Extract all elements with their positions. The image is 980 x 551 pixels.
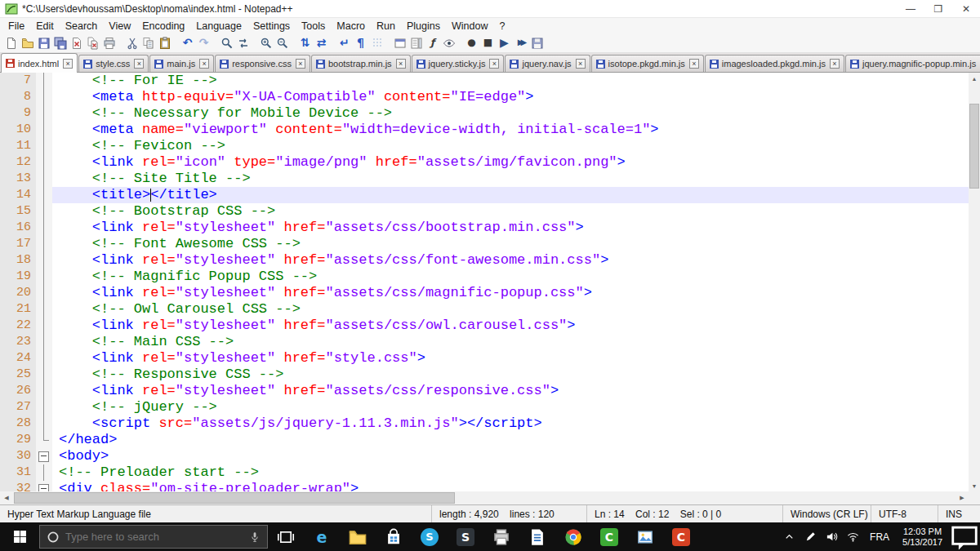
tab-imagesloaded.pkgd.min.js[interactable]: imagesloaded.pkgd.min.js× [705, 55, 844, 72]
tab-close-icon[interactable]: × [689, 59, 699, 69]
code-line[interactable]: 14<title></title> [0, 187, 969, 203]
menu-item-macro[interactable]: Macro [331, 19, 371, 33]
menu-item-plugins[interactable]: Plugins [401, 19, 446, 33]
action-center-icon[interactable] [949, 522, 980, 551]
run-macro-multiple-icon[interactable]: ▶▶ [513, 35, 528, 51]
code-text[interactable]: <!-- Responsive CSS --> [52, 367, 969, 383]
code-text[interactable]: <link rel="stylesheet" href="assets/css/… [52, 252, 969, 269]
taskbar-search-box[interactable] [39, 525, 268, 549]
tab-close-icon[interactable]: × [63, 59, 73, 69]
taskbar-search-input[interactable] [65, 531, 243, 543]
monitoring-icon[interactable] [441, 35, 457, 51]
zoom-in-icon[interactable] [258, 35, 274, 51]
tab-close-icon[interactable]: × [199, 59, 209, 69]
task-view-button[interactable] [268, 522, 304, 551]
code-text[interactable]: <link rel="stylesheet" href="assets/css/… [52, 285, 969, 301]
menu-item-search[interactable]: Search [60, 19, 104, 33]
show-all-characters-icon[interactable]: ¶ [353, 35, 368, 51]
start-button[interactable] [0, 522, 39, 551]
code-line[interactable]: 8<meta http-equiv="X-UA-Compatible" cont… [0, 89, 969, 105]
tab-close-icon[interactable]: × [489, 59, 499, 69]
code-text[interactable]: <!-- jQuery --> [52, 399, 969, 415]
code-text[interactable]: <title></title> [52, 187, 969, 203]
horizontal-scrollbar[interactable]: ◀ ▶ [0, 491, 969, 504]
user-defined-dialog-icon[interactable] [392, 35, 408, 51]
edge-icon[interactable]: e [304, 522, 340, 551]
close-all-icon[interactable] [85, 35, 100, 51]
code-line[interactable]: 18<link rel="stylesheet" href="assets/cs… [0, 252, 969, 269]
print-icon[interactable] [101, 35, 117, 51]
tab-close-icon[interactable]: × [576, 59, 586, 69]
tab-responsive.css[interactable]: responsive.css× [215, 55, 310, 72]
close-doc-icon[interactable] [69, 35, 84, 51]
code-text[interactable]: <!-- Main CSS --> [52, 334, 969, 350]
code-text[interactable]: <meta http-equiv="X-UA-Compatible" conte… [52, 89, 969, 105]
code-line[interactable]: 13<!-- Site Title --> [0, 171, 969, 187]
code-line[interactable]: 25<!-- Responsive CSS --> [0, 367, 969, 383]
tab-main.js[interactable]: main.js× [149, 55, 214, 72]
record-macro-icon[interactable]: ● [464, 35, 479, 51]
store-icon[interactable] [376, 522, 412, 551]
undo-icon[interactable]: ↶ [180, 35, 195, 51]
tab-jquery.sticky.js[interactable]: jquery.sticky.js× [412, 55, 505, 72]
tab-close-icon[interactable]: × [830, 59, 840, 69]
fold-collapse-icon[interactable] [36, 448, 52, 464]
windows-ink-pen-icon[interactable] [800, 531, 821, 543]
scroll-left-arrow-icon[interactable]: ◀ [0, 491, 13, 504]
tab-index.html[interactable]: index.html× [1, 53, 78, 73]
code-text[interactable]: <!-- Owl Carousel CSS --> [52, 301, 969, 318]
code-text[interactable]: <link rel="stylesheet" href="assets/css/… [52, 383, 969, 399]
code-line[interactable]: 23<!-- Main CSS --> [0, 334, 969, 350]
language-indicator[interactable]: FRA [863, 531, 896, 543]
vertical-scrollbar[interactable]: ▲ ▼ [969, 73, 980, 491]
code-line[interactable]: 24<link rel="stylesheet" href="style.css… [0, 350, 969, 367]
save-macro-icon[interactable] [529, 35, 545, 51]
code-line[interactable]: 9<!-- Necessary for Mobile Device --> [0, 105, 969, 122]
code-line[interactable]: 31<!-- Preloader start --> [0, 464, 969, 481]
tab-close-icon[interactable]: × [134, 59, 144, 69]
camtasia-recorder-icon[interactable]: C [663, 522, 699, 551]
code-line[interactable]: 30<body> [0, 448, 969, 464]
word-wrap-icon[interactable]: ↵ [336, 35, 352, 51]
code-line[interactable]: 17<!-- Font Awesome CSS --> [0, 236, 969, 252]
steam-icon[interactable]: S [448, 522, 483, 551]
code-text[interactable]: <!-- Preloader start --> [52, 464, 969, 481]
code-text[interactable]: <div class="om-site-preloader-wrap"> [52, 481, 969, 491]
menu-item-language[interactable]: Language [190, 19, 247, 33]
code-line[interactable]: 28<script src="assets/js/jquery-1.11.3.m… [0, 415, 969, 432]
volume-icon[interactable] [821, 531, 842, 543]
function-list-icon[interactable]: ƒ [425, 35, 440, 51]
code-text[interactable]: <!-- For IE --> [52, 73, 969, 89]
code-line[interactable]: 20<link rel="stylesheet" href="assets/cs… [0, 285, 969, 301]
menu-item-view[interactable]: View [103, 19, 136, 33]
status-eol-format[interactable]: Windows (CR LF) [782, 505, 871, 522]
code-line[interactable]: 26<link rel="stylesheet" href="assets/cs… [0, 383, 969, 399]
minimize-button[interactable]: — [897, 0, 924, 17]
code-text[interactable]: <body> [52, 448, 969, 464]
code-text[interactable]: <link rel="stylesheet" href="assets/css/… [52, 318, 969, 334]
tab-jquery.magnific-popup.min.js[interactable]: jquery.magnific-popup.min.js× [845, 55, 980, 72]
playback-macro-icon[interactable]: ▶ [497, 35, 512, 51]
code-line[interactable]: 22<link rel="stylesheet" href="assets/cs… [0, 318, 969, 334]
save-icon[interactable] [36, 35, 51, 51]
microphone-icon[interactable] [249, 531, 261, 543]
printer-app-icon[interactable] [483, 522, 519, 551]
copy-icon[interactable] [140, 35, 156, 51]
code-line[interactable]: 19<!-- Magnific Popup CSS --> [0, 269, 969, 285]
horizontal-scroll-thumb[interactable] [14, 492, 455, 504]
tab-close-icon[interactable]: × [396, 59, 406, 69]
document-map-icon[interactable] [408, 35, 424, 51]
title-bar[interactable]: *C:\Users\devhoussam\Desktop\noma\index.… [0, 0, 980, 18]
code-line[interactable]: 29</head> [0, 432, 969, 448]
find-icon[interactable] [219, 35, 234, 51]
code-text[interactable]: <link rel="stylesheet" href="assets/css/… [52, 220, 969, 236]
scroll-down-arrow-icon[interactable]: ▼ [969, 480, 980, 491]
clock[interactable]: 12:03 PM 5/13/2017 [896, 527, 949, 548]
scroll-right-arrow-icon[interactable]: ▶ [956, 491, 969, 504]
save-all-icon[interactable] [52, 35, 68, 51]
code-line[interactable]: 15<!-- Bootstrap CSS --> [0, 203, 969, 220]
code-text[interactable]: <script src="assets/js/jquery-1.11.3.min… [52, 415, 969, 432]
code-line[interactable]: 12<link rel="icon" type="image/png" href… [0, 154, 969, 171]
code-text[interactable]: <link rel="stylesheet" href="style.css"> [52, 350, 969, 367]
code-area[interactable]: 7<!-- For IE -->8<meta http-equiv="X-UA-… [0, 73, 969, 491]
